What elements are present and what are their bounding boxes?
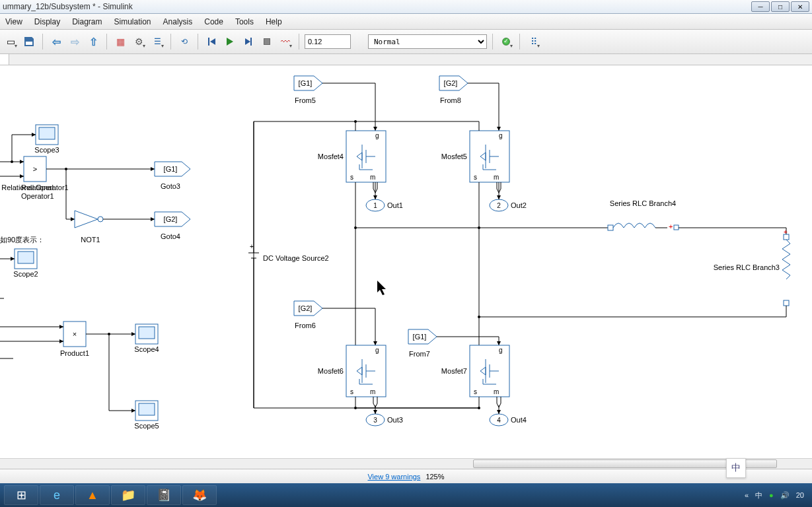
block-from5[interactable]: [G1] From5 — [294, 76, 322, 104]
forward-button[interactable]: ⇨ — [67, 34, 83, 50]
stop-button[interactable] — [259, 34, 275, 50]
block-from7[interactable]: [G1] From7 — [408, 329, 437, 358]
save-button[interactable] — [21, 34, 37, 50]
svg-text:×: × — [73, 330, 77, 338]
block-scope4[interactable]: Scope4 — [134, 324, 159, 353]
svg-point-87 — [478, 407, 480, 409]
model-canvas[interactable]: Scope3 > Relational Operator1 Relational… — [0, 65, 812, 453]
svg-text:Mosfet7: Mosfet7 — [441, 367, 467, 375]
sim-mode-select[interactable]: Normal — [368, 34, 487, 49]
block-scope5[interactable]: Scope5 — [134, 401, 159, 430]
block-mosfet4[interactable]: g s m Mosfet4 — [318, 131, 386, 182]
taskbar: ⊞ e ▲ 📁 📓 🦊 « 中 ● 🔊 20 — [0, 483, 812, 507]
menu-simulation[interactable]: Simulation — [114, 17, 151, 26]
block-goto4[interactable]: [G2] Goto4 — [155, 212, 190, 240]
zoom-label: 125% — [425, 473, 444, 481]
save-icon — [24, 37, 34, 46]
svg-text:Out2: Out2 — [511, 201, 527, 209]
step-back-button[interactable] — [203, 34, 219, 50]
back-button[interactable]: ⇦ — [48, 34, 64, 50]
svg-text:[G1]: [G1] — [413, 333, 427, 341]
svg-text:Goto4: Goto4 — [161, 232, 180, 240]
library-browser-button[interactable]: ▦ — [112, 34, 128, 50]
block-out3[interactable]: 3 Out3 — [366, 414, 403, 426]
menu-bar: View Display Diagram Simulation Analysis… — [0, 14, 812, 30]
record-button[interactable]: 〰 — [277, 34, 293, 50]
step-back-icon — [208, 38, 215, 46]
svg-text:m: m — [494, 174, 499, 181]
tray-volume-icon[interactable]: 🔊 — [780, 491, 790, 500]
menu-display[interactable]: Display — [34, 17, 60, 26]
run-button[interactable] — [222, 34, 238, 50]
block-series-rlc-branch4[interactable]: Series RLC Branch4 + — [608, 199, 679, 230]
block-not1[interactable]: NOT1 — [75, 211, 103, 244]
update-diagram-button[interactable]: ⟲ — [176, 34, 192, 50]
sim-time-input[interactable] — [305, 34, 351, 49]
more-button[interactable]: ⠿ — [525, 34, 541, 50]
svg-text:m: m — [370, 388, 375, 395]
svg-point-12 — [98, 217, 103, 222]
block-goto3[interactable]: [G1] Goto3 — [155, 162, 190, 190]
block-mosfet5[interactable]: g s m Mosfet5 — [441, 131, 509, 182]
window-buttons: ─ □ ✕ — [751, 1, 809, 12]
up-button[interactable]: ⇧ — [85, 34, 101, 50]
menu-tools[interactable]: Tools — [235, 17, 254, 26]
block-mosfet7[interactable]: g s m Mosfet7 — [441, 345, 509, 397]
block-scope3[interactable]: Scope3 — [34, 125, 59, 154]
svg-text:g: g — [375, 132, 379, 139]
ime-indicator[interactable]: 中 — [726, 458, 746, 478]
taskbar-explorer[interactable]: 📁 — [111, 485, 145, 505]
new-button[interactable]: ▭ — [3, 34, 18, 50]
svg-text:Operator1: Operator1 — [21, 192, 54, 200]
tab-item[interactable] — [0, 54, 9, 65]
tab-strip — [0, 54, 812, 65]
tray-chevron-icon[interactable]: « — [745, 491, 749, 499]
model-config-button[interactable]: ⚙ — [131, 34, 147, 50]
block-mosfet6[interactable]: g s m Mosfet6 — [318, 345, 386, 397]
maximize-button[interactable]: □ — [771, 1, 790, 12]
block-product1[interactable]: × Product1 — [60, 321, 89, 357]
toolbar-separator — [299, 34, 299, 50]
taskbar-notepad[interactable]: 📓 — [147, 485, 181, 505]
menu-code[interactable]: Code — [204, 17, 223, 26]
build-button[interactable] — [498, 34, 514, 50]
tray-time: 20 — [796, 491, 804, 499]
horizontal-scrollbar[interactable] — [0, 458, 812, 469]
tray-lang[interactable]: 中 — [755, 490, 762, 500]
block-scope2[interactable]: Scope2 — [13, 249, 38, 278]
menu-help[interactable]: Help — [266, 17, 282, 26]
block-out2[interactable]: 2 Out2 — [490, 199, 527, 211]
list-icon: ☰ — [154, 37, 161, 46]
window-titlebar: ummary_12b/Subsystem * - Simulink ─ □ ✕ — [0, 0, 812, 14]
minimize-button[interactable]: ─ — [751, 1, 770, 12]
warnings-link[interactable]: View 9 warnings — [367, 473, 420, 481]
block-series-rlc-branch3[interactable]: + Series RLC Branch3 — [714, 228, 790, 306]
close-button[interactable]: ✕ — [791, 1, 809, 12]
play-icon — [227, 38, 233, 46]
svg-text:g: g — [499, 347, 503, 354]
status-bar: View 9 warnings 125% — [0, 469, 812, 483]
block-dc-voltage-source2[interactable]: + DC Voltage Source2 — [248, 243, 329, 262]
tray-wechat-icon[interactable]: ● — [769, 491, 774, 499]
block-out1[interactable]: 1 Out1 — [366, 199, 403, 211]
taskbar-matlab[interactable]: ▲ — [75, 485, 110, 505]
explorer-button[interactable]: ☰ — [149, 34, 165, 50]
windows-icon: ⊞ — [17, 488, 26, 502]
block-out4[interactable]: 4 Out4 — [490, 414, 527, 426]
svg-text:1: 1 — [373, 202, 377, 209]
menu-view[interactable]: View — [5, 17, 22, 26]
svg-text:From7: From7 — [409, 350, 430, 358]
taskbar-start[interactable]: ⊞ — [4, 485, 38, 505]
toolbar-separator — [170, 34, 171, 50]
block-from6[interactable]: [G2] From6 — [294, 301, 322, 329]
taskbar-ie[interactable]: e — [40, 485, 74, 505]
menu-diagram[interactable]: Diagram — [72, 17, 102, 26]
menu-analysis[interactable]: Analysis — [163, 17, 193, 26]
svg-text:[G2]: [G2] — [164, 215, 178, 223]
gear-icon: ⚙ — [135, 36, 143, 47]
svg-text:Series RLC Branch4: Series RLC Branch4 — [610, 199, 676, 207]
taskbar-firefox[interactable]: 🦊 — [182, 485, 217, 505]
svg-text:4: 4 — [497, 417, 501, 424]
step-forward-button[interactable] — [240, 34, 256, 50]
block-from8[interactable]: [G2] From8 — [439, 76, 468, 104]
